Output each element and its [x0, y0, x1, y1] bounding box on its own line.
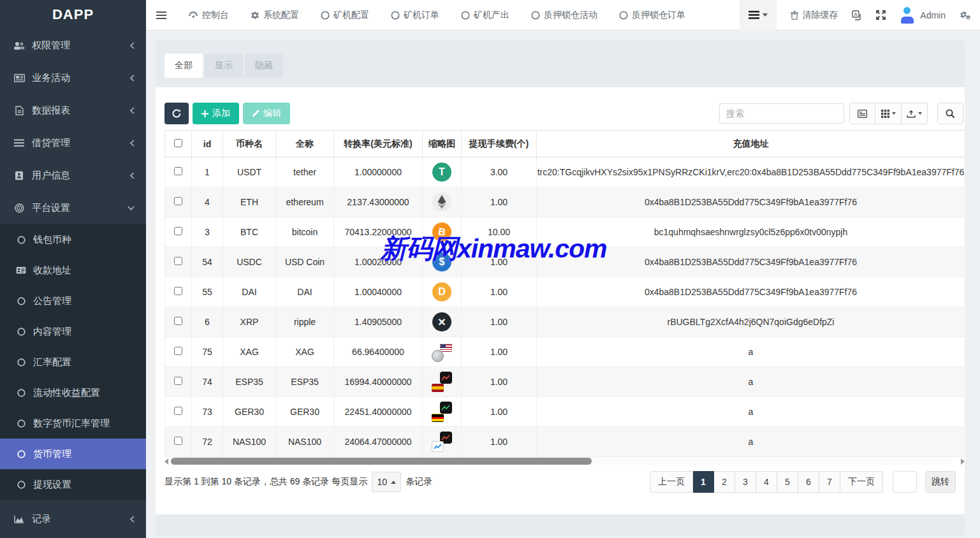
- page-button-7[interactable]: 7: [819, 471, 840, 493]
- jump-button[interactable]: 跳转: [925, 471, 956, 493]
- search-button[interactable]: [937, 103, 963, 124]
- row-checkbox[interactable]: [174, 197, 182, 205]
- sidebar-item-label: 公告管理: [33, 295, 71, 307]
- dai-icon: D: [432, 282, 451, 302]
- menu-dropdown-button[interactable]: [740, 0, 777, 31]
- col-id: id: [192, 131, 223, 157]
- tab-show[interactable]: 显示: [205, 54, 243, 78]
- nav-item-staking-orders[interactable]: 质押锁仓订单: [619, 10, 685, 21]
- row-checkbox[interactable]: [174, 227, 182, 235]
- sidebar-item-reports[interactable]: 数据报表: [0, 94, 146, 127]
- nav-item-dashboard[interactable]: 控制台: [188, 10, 229, 21]
- sidebar-item-lending[interactable]: 借贷管理: [0, 127, 146, 159]
- page-button-6[interactable]: 6: [798, 471, 819, 493]
- table-row: 55 DAI DAI 1.00040000 D 1.00 0x4ba8B1D25…: [165, 277, 965, 307]
- platform-settings-submenu: 钱包币种 收款地址 公告管理 内容管理 汇率配置 流动性收益配置 数字货币汇率管…: [0, 224, 146, 500]
- table-row: 73 GER30 GER30 22451.40000000 1.00 a: [165, 397, 965, 427]
- admin-menu[interactable]: Admin: [900, 7, 946, 24]
- sidebar-item-currency-management[interactable]: 货币管理: [0, 439, 146, 469]
- export-icon: [907, 110, 916, 118]
- sidebar-item-content-management[interactable]: 内容管理: [0, 316, 146, 347]
- row-checkbox[interactable]: [174, 317, 182, 325]
- scrollbar-track[interactable]: [171, 458, 952, 465]
- sidebar: DAPP 权限管理 业务活动 数据报表 借贷管理 用户信息 平台设置 钱包币种: [0, 0, 146, 538]
- sidebar-item-liquidity-income-config[interactable]: 流动性收益配置: [0, 377, 146, 408]
- nav-item-label: 系统配置: [263, 10, 299, 21]
- row-checkbox[interactable]: [174, 407, 182, 415]
- tab-hide[interactable]: 隐藏: [245, 54, 283, 78]
- page-size-select[interactable]: 10: [372, 472, 401, 492]
- sidebar-item-permissions[interactable]: 权限管理: [0, 29, 146, 62]
- search-input[interactable]: [719, 103, 844, 124]
- columns-button[interactable]: [875, 103, 902, 124]
- sidebar-item-receive-address[interactable]: 收款地址: [0, 255, 146, 286]
- sidebar-toggle-button[interactable]: [156, 11, 166, 19]
- sidebar-item-wallet-coins[interactable]: 钱包币种: [0, 224, 146, 255]
- detail-view-button[interactable]: [849, 103, 875, 124]
- fullscreen-button[interactable]: [876, 10, 886, 20]
- nav-item-system-config[interactable]: 系统配置: [251, 10, 299, 21]
- page-button-5[interactable]: 5: [777, 471, 798, 493]
- refresh-button[interactable]: [165, 103, 189, 124]
- page-button-4[interactable]: 4: [756, 471, 777, 493]
- table-row: 6 XRP ripple 1.40905000 ✕ 1.00 rBUGBLTg2…: [165, 307, 965, 337]
- status-tabs: 全部 显示 隐藏: [156, 40, 965, 78]
- select-all-checkbox[interactable]: [174, 139, 182, 147]
- clear-cache-button[interactable]: 清除缓存: [791, 10, 838, 21]
- sidebar-item-announcements[interactable]: 公告管理: [0, 286, 146, 316]
- svg-text:A: A: [854, 11, 858, 17]
- col-address: 充值地址: [537, 131, 965, 157]
- prev-page-button[interactable]: 上一页: [650, 471, 693, 493]
- next-page-button[interactable]: 下一页: [840, 471, 883, 493]
- tab-all[interactable]: 全部: [165, 54, 203, 78]
- table-panel: 添加 编辑: [156, 87, 965, 514]
- scroll-left-icon[interactable]: [165, 458, 168, 465]
- nav-item-label: 矿机配置: [333, 10, 369, 21]
- page-button-3[interactable]: 3: [735, 471, 756, 493]
- table-row: 75 XAG XAG 66.96400000 1.00 a: [165, 337, 965, 367]
- sidebar-item-records[interactable]: 记录: [0, 500, 146, 538]
- admin-label: Admin: [920, 10, 946, 20]
- chevron-left-icon: [130, 516, 135, 523]
- list-icon: [11, 139, 27, 147]
- edit-button[interactable]: 编辑: [243, 103, 290, 124]
- sidebar-item-label: 货币管理: [33, 448, 71, 460]
- page-button-2[interactable]: 2: [714, 471, 735, 493]
- row-checkbox[interactable]: [174, 347, 182, 355]
- id-card-icon: [14, 266, 28, 274]
- sidebar-item-withdraw-settings[interactable]: 提现设置: [0, 469, 146, 500]
- add-button[interactable]: 添加: [193, 103, 239, 124]
- sidebar-item-label: 数字货币汇率管理: [33, 418, 110, 430]
- caret-up-icon: [391, 481, 396, 484]
- settings-button[interactable]: [960, 10, 971, 20]
- circle-icon: [14, 358, 28, 367]
- language-button[interactable]: A: [852, 10, 862, 20]
- row-checkbox[interactable]: [174, 257, 182, 265]
- row-checkbox[interactable]: [174, 377, 182, 385]
- row-checkbox[interactable]: [174, 437, 182, 445]
- refresh-icon: [172, 109, 181, 118]
- circle-icon: [461, 11, 470, 20]
- sidebar-item-business[interactable]: 业务活动: [0, 62, 146, 94]
- scroll-right-icon[interactable]: [961, 458, 965, 465]
- scrollbar-thumb[interactable]: [171, 458, 592, 465]
- row-checkbox[interactable]: [174, 167, 182, 175]
- row-checkbox[interactable]: [174, 287, 182, 295]
- page-button-1[interactable]: 1: [693, 471, 714, 493]
- circle-icon: [391, 11, 400, 20]
- sidebar-item-exchange-rate-config[interactable]: 汇率配置: [0, 347, 146, 377]
- trash-icon: [791, 11, 798, 20]
- nav-item-miner-output[interactable]: 矿机产出: [461, 10, 509, 21]
- table-row: 1 USDT tether 1.00000000 T 3.00 trc20:TG…: [165, 157, 965, 187]
- nav-item-miner-orders[interactable]: 矿机订单: [391, 10, 439, 21]
- horizontal-scrollbar[interactable]: [165, 457, 965, 465]
- export-button[interactable]: [902, 103, 928, 124]
- sidebar-item-crypto-rate-management[interactable]: 数字货币汇率管理: [0, 408, 146, 439]
- nav-item-miner-config[interactable]: 矿机配置: [321, 10, 369, 21]
- sidebar-item-user-info[interactable]: 用户信息: [0, 159, 146, 192]
- col-fee: 提现手续费(个): [462, 131, 537, 157]
- jump-page-input[interactable]: [893, 471, 917, 493]
- circle-icon: [14, 236, 28, 244]
- sidebar-item-platform-settings[interactable]: 平台设置: [0, 192, 146, 224]
- nav-item-staking-activities[interactable]: 质押锁仓活动: [531, 10, 597, 21]
